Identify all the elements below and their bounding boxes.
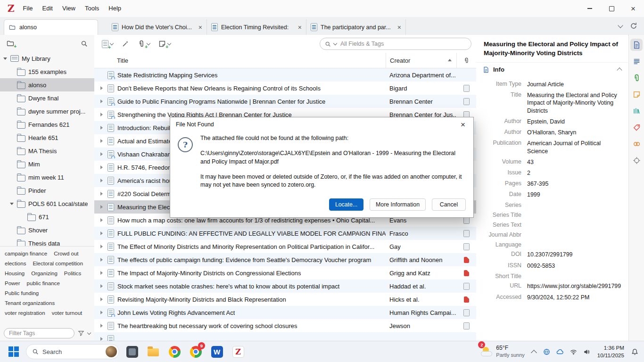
sync-icon[interactable] bbox=[630, 22, 637, 30]
field-value[interactable] bbox=[527, 202, 622, 208]
collection-item[interactable]: Pinder bbox=[0, 184, 94, 197]
row-expand-chevron-icon[interactable] bbox=[100, 205, 104, 209]
tab-close-icon[interactable] bbox=[397, 24, 401, 31]
collection-expand-chevron-icon[interactable] bbox=[9, 203, 14, 205]
collection-item[interactable]: Mim bbox=[0, 157, 94, 171]
row-expand-chevron-icon[interactable] bbox=[100, 258, 104, 262]
tag[interactable]: Tenant organizations bbox=[5, 300, 55, 306]
tag[interactable]: Public funding bbox=[5, 290, 39, 296]
tag[interactable]: voter turnout bbox=[52, 310, 83, 316]
tag[interactable]: elections bbox=[5, 261, 26, 266]
field-value[interactable] bbox=[527, 231, 622, 238]
field-value[interactable]: 367-395 bbox=[527, 180, 622, 188]
item-row[interactable]: Don't Believe Reports that New Orleans i… bbox=[94, 82, 476, 95]
collection-item[interactable]: Thesis data bbox=[0, 237, 94, 246]
field-value[interactable]: 43 bbox=[527, 158, 622, 166]
menu-item[interactable]: View bbox=[58, 0, 80, 17]
column-header-title[interactable]: Title bbox=[94, 53, 386, 68]
list-all-tabs-chevron-icon[interactable] bbox=[618, 23, 623, 28]
tag-filter-funnel-icon[interactable] bbox=[78, 330, 84, 337]
item-row[interactable]: Guide to Public Financing Programs Natio… bbox=[94, 95, 476, 108]
tag[interactable]: public finance bbox=[27, 280, 60, 286]
collection-item[interactable]: MA Thesis bbox=[0, 144, 94, 157]
menu-item[interactable]: Tools bbox=[80, 0, 104, 17]
field-value[interactable] bbox=[527, 222, 622, 228]
library-tab[interactable]: alonso bbox=[4, 19, 98, 35]
dialog-close-icon[interactable] bbox=[453, 117, 473, 132]
collapse-section-chevron-icon[interactable] bbox=[617, 67, 622, 73]
field-value[interactable] bbox=[527, 212, 622, 218]
row-expand-chevron-icon[interactable] bbox=[100, 179, 104, 182]
onedrive-cloud-icon[interactable] bbox=[556, 348, 564, 355]
field-value[interactable]: 0092-5853 bbox=[527, 262, 622, 270]
row-expand-chevron-icon[interactable] bbox=[100, 337, 104, 341]
search-highlight-icon[interactable] bbox=[106, 346, 117, 357]
search-box[interactable] bbox=[320, 38, 471, 50]
locate-button[interactable]: Locate... bbox=[329, 198, 363, 211]
field-value[interactable]: O'Halloran, Sharyn bbox=[527, 129, 622, 136]
cancel-button[interactable]: Cancel bbox=[432, 198, 466, 211]
item-row[interactable]: John Lewis Voting Rights Advancement Act… bbox=[94, 306, 476, 319]
collection-item[interactable]: alonso bbox=[0, 78, 94, 91]
taskbar-app-dark[interactable] bbox=[124, 343, 140, 360]
field-value[interactable] bbox=[527, 241, 622, 248]
menu-item[interactable]: File bbox=[18, 0, 38, 17]
collection-item[interactable]: mim week 11 bbox=[0, 171, 94, 184]
new-attachment-button[interactable] bbox=[138, 40, 150, 48]
field-value[interactable]: 9/30/2024, 12:50:22 PM bbox=[527, 294, 622, 301]
tag[interactable]: Electoral competition bbox=[33, 261, 83, 266]
new-note-button[interactable] bbox=[158, 40, 171, 48]
row-expand-chevron-icon[interactable] bbox=[100, 139, 104, 143]
field-value[interactable]: 2 bbox=[527, 169, 622, 177]
volume-icon[interactable] bbox=[583, 348, 590, 355]
field-value[interactable]: 10.2307/2991799 bbox=[527, 251, 622, 258]
sidenav-abstract-icon[interactable] bbox=[630, 55, 643, 67]
item-row[interactable] bbox=[94, 332, 476, 341]
item-row[interactable]: The effects of public campaign funding: … bbox=[94, 253, 476, 266]
row-expand-chevron-icon[interactable] bbox=[100, 165, 104, 169]
minimize-button[interactable] bbox=[579, 0, 601, 17]
globe-icon[interactable] bbox=[543, 348, 550, 355]
tag-options-chevron-icon[interactable] bbox=[87, 330, 91, 334]
taskbar-chrome[interactable] bbox=[166, 343, 183, 360]
collection-item[interactable]: Dwyre final bbox=[0, 91, 94, 105]
sidenav-notes-icon[interactable] bbox=[630, 88, 643, 100]
menu-item[interactable]: Help bbox=[104, 0, 126, 17]
row-expand-chevron-icon[interactable] bbox=[100, 99, 104, 103]
collection-item[interactable]: 155 examples bbox=[0, 65, 94, 78]
row-expand-chevron-icon[interactable] bbox=[100, 284, 104, 288]
tag[interactable]: Organizing bbox=[31, 271, 58, 276]
sidenav-locate-icon[interactable] bbox=[630, 154, 643, 166]
start-button[interactable] bbox=[8, 343, 22, 360]
item-row[interactable]: FULL PUBLIC FUNDING: AN EFFECTIVE AND LE… bbox=[94, 227, 476, 240]
document-tab[interactable]: Election Timing Revisited: bbox=[207, 19, 306, 35]
row-expand-chevron-icon[interactable] bbox=[100, 231, 104, 235]
field-value[interactable] bbox=[527, 273, 622, 280]
tag[interactable]: Politics bbox=[64, 271, 81, 276]
sidenav-info-icon[interactable] bbox=[630, 39, 643, 51]
tab-close-icon[interactable] bbox=[198, 24, 202, 31]
wifi-icon[interactable] bbox=[570, 348, 577, 355]
taskbar-word[interactable] bbox=[208, 343, 225, 360]
tag[interactable]: voter registration bbox=[5, 310, 45, 316]
sidenav-tags-icon[interactable] bbox=[630, 121, 643, 133]
close-button[interactable] bbox=[622, 0, 644, 17]
collection-item[interactable]: 671 bbox=[0, 210, 94, 223]
sidenav-libraries-icon[interactable] bbox=[630, 105, 643, 117]
sidenav-related-icon[interactable] bbox=[630, 138, 643, 150]
collection-item[interactable]: My Library bbox=[0, 52, 94, 65]
row-expand-chevron-icon[interactable] bbox=[100, 113, 104, 116]
collection-item[interactable]: dwyre summer proj... bbox=[0, 105, 94, 118]
row-expand-chevron-icon[interactable] bbox=[100, 86, 104, 90]
row-expand-chevron-icon[interactable] bbox=[100, 192, 104, 196]
row-expand-chevron-icon[interactable] bbox=[100, 126, 104, 130]
collection-item[interactable]: Hearle 651 bbox=[0, 131, 94, 144]
new-item-button[interactable] bbox=[102, 40, 113, 48]
notification-bell-icon[interactable] bbox=[631, 348, 638, 355]
collection-item[interactable]: POLS 601 Local/state bbox=[0, 197, 94, 210]
more-information-button[interactable]: More Information bbox=[370, 198, 426, 211]
row-expand-chevron-icon[interactable] bbox=[100, 324, 104, 328]
tag[interactable]: Power bbox=[5, 280, 20, 286]
field-value[interactable]: Measuring the Electoral and Policy Impac… bbox=[527, 91, 622, 115]
row-expand-chevron-icon[interactable] bbox=[100, 297, 104, 301]
